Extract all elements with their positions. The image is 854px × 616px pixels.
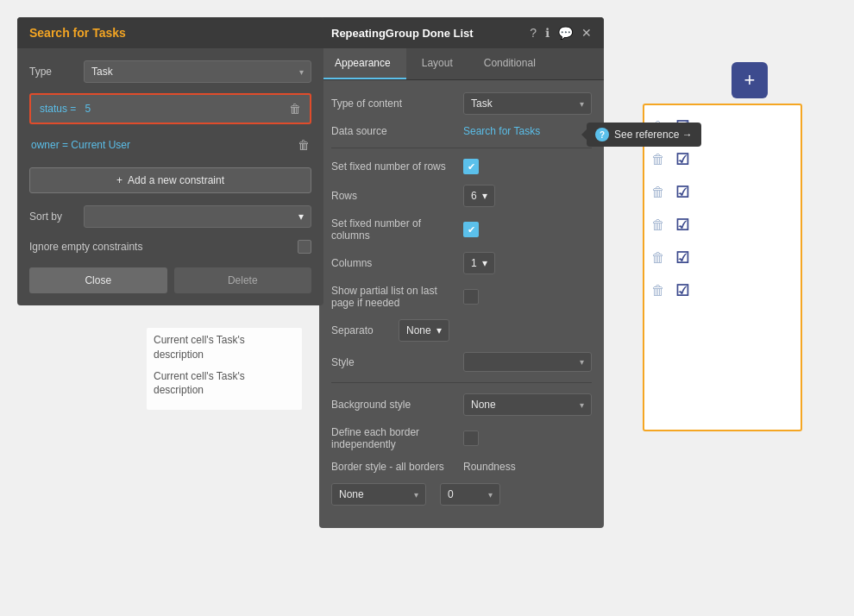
trash-icon-5[interactable]: 🗑 (651, 250, 665, 266)
rg-row-5: 🗑 ☑ (651, 245, 794, 271)
border-independent-row: Define each border independently (331, 426, 592, 450)
separator-dropdown[interactable]: None ▾ (399, 319, 449, 342)
check-icon-6[interactable]: ☑ (675, 281, 689, 300)
repeating-group-panel: 🗑 ☑ 🗑 ☑ 🗑 ☑ 🗑 ☑ 🗑 ☑ 🗑 ☑ (643, 104, 802, 431)
sort-row: Sort by ▾ (29, 205, 311, 228)
tab-conditional[interactable]: Conditional (468, 48, 551, 79)
tabs-row: Appearance Layout Conditional (319, 48, 604, 80)
bg-style-label: Background style (331, 399, 456, 411)
constraint-box[interactable]: status = 5 🗑 (29, 93, 311, 124)
see-reference-tooltip[interactable]: ? See reference → (587, 123, 701, 147)
style-dropdown[interactable]: ▾ (463, 352, 592, 372)
owner-delete-button[interactable]: 🗑 (298, 138, 310, 152)
check-icon-2[interactable]: ☑ (675, 150, 689, 169)
rg-row-4: 🗑 ☑ (651, 212, 794, 238)
header-icons: ? ℹ 💬 ✕ (530, 26, 592, 40)
columns-row: Columns 1 ▾ (331, 252, 592, 274)
chat-icon[interactable]: 💬 (558, 26, 573, 40)
task-desc-2: Current cell's Task's description (154, 369, 295, 399)
type-content-arrow-icon: ▾ (580, 99, 584, 109)
check-icon-4[interactable]: ☑ (675, 216, 689, 235)
sort-dropdown[interactable]: ▾ (84, 205, 311, 228)
rg-row-2: 🗑 ☑ (651, 147, 794, 173)
rg-row-3: 🗑 ☑ (651, 179, 794, 205)
plus-icon: + (744, 69, 756, 91)
fixed-rows-label: Set fixed number of rows (331, 160, 456, 173)
partial-list-label: Show partial list on last page if needed (331, 285, 456, 309)
search-panel-header: Search for Tasks (17, 17, 323, 48)
border-style-label: Border style - all borders (331, 461, 456, 473)
data-source-value[interactable]: Search for Tasks (463, 125, 592, 137)
tooltip-q-icon: ? (595, 128, 609, 141)
add-constraint-button[interactable]: + Add a new constraint (29, 167, 311, 193)
fixed-rows-checkbox[interactable]: ✔ (463, 159, 479, 174)
rows-label: Rows (331, 190, 456, 202)
info-icon[interactable]: ℹ (545, 26, 549, 40)
question-icon[interactable]: ? (530, 26, 537, 40)
type-of-content-label: Type of content (331, 97, 456, 110)
props-panel: RepeatingGroup Done List ? ℹ 💬 ✕ Appeara… (319, 17, 604, 528)
fixed-cols-checkbox[interactable]: ✔ (463, 222, 479, 237)
search-panel: Search for Tasks Type Task ▾ status = 5 (17, 17, 323, 305)
style-arrow-icon: ▾ (580, 357, 584, 367)
props-body: Type of content Task ▾ Data source Searc… (319, 80, 604, 528)
plus-button[interactable]: + (732, 62, 768, 98)
bg-style-dropdown[interactable]: None ▾ (463, 393, 592, 416)
type-of-content-dropdown[interactable]: Task ▾ (463, 92, 592, 115)
ignore-row: Ignore empty constraints (29, 240, 311, 254)
roundness-arrow-icon: ▾ (488, 490, 493, 500)
close-icon[interactable]: ✕ (581, 26, 592, 40)
props-panel-header: RepeatingGroup Done List ? ℹ 💬 ✕ (319, 17, 604, 48)
border-independent-label: Define each border independently (331, 426, 456, 450)
fixed-cols-row: Set fixed number of columns ✔ (331, 217, 592, 242)
type-dropdown[interactable]: Task ▾ (84, 60, 311, 83)
sort-arrow-icon: ▾ (298, 211, 304, 223)
style-row: Style ▾ (331, 352, 592, 372)
data-source-row: Data source Search for Tasks (331, 125, 592, 137)
constraint-delete-button[interactable]: 🗑 (289, 102, 301, 116)
trash-icon-2[interactable]: 🗑 (651, 152, 665, 167)
columns-label: Columns (331, 257, 456, 269)
type-field-row: Type Task ▾ (29, 60, 311, 83)
ignore-checkbox[interactable] (298, 240, 311, 254)
rows-arrow-icon: ▾ (482, 190, 487, 202)
trash-icon-4[interactable]: 🗑 (651, 217, 665, 233)
check-icon-5[interactable]: ☑ (675, 248, 689, 267)
close-button[interactable]: Close (29, 267, 167, 293)
rg-row-6: 🗑 ☑ (651, 278, 794, 304)
border-values-row: None ▾ 0 ▾ (331, 483, 592, 506)
border-style-dropdown[interactable]: None ▾ (331, 483, 426, 506)
sort-value (91, 211, 94, 223)
canvas-area: + 🗑 ☑ 🗑 ☑ 🗑 ☑ 🗑 ☑ 🗑 ☑ 🗑 ☑ Curre (0, 0, 854, 616)
fixed-rows-row: Set fixed number of rows ✔ (331, 159, 592, 174)
roundness-label: Roundness (463, 461, 532, 473)
separator-row: Separato None ▾ (331, 319, 592, 342)
data-source-label: Data source (331, 125, 456, 137)
roundness-dropdown[interactable]: 0 ▾ (440, 483, 500, 506)
trash-icon-6[interactable]: 🗑 (651, 283, 665, 299)
rows-dropdown[interactable]: 6 ▾ (463, 185, 495, 207)
columns-dropdown[interactable]: 1 ▾ (463, 252, 495, 274)
trash-icon-3[interactable]: 🗑 (651, 185, 665, 200)
props-panel-title: RepeatingGroup Done List (331, 27, 474, 40)
bg-style-row: Background style None ▾ (331, 393, 592, 416)
bg-arrow-icon: ▾ (580, 400, 584, 410)
border-arrow-icon: ▾ (414, 490, 418, 500)
check-icon-3[interactable]: ☑ (675, 183, 689, 202)
task-desc-1: Current cell's Task's description (154, 333, 295, 362)
search-panel-body: Type Task ▾ status = 5 🗑 owner (17, 48, 323, 305)
rows-group: 6 ▾ (463, 185, 495, 207)
tab-layout[interactable]: Layout (406, 48, 468, 79)
arrow-down-icon: ▾ (299, 67, 304, 77)
cols-arrow-icon: ▾ (482, 257, 487, 269)
owner-text: owner = Current User (31, 139, 130, 151)
sort-label: Sort by (29, 211, 77, 223)
tooltip-text: See reference → (614, 129, 693, 141)
partial-list-toggle[interactable] (463, 289, 479, 305)
border-independent-toggle[interactable] (463, 431, 479, 446)
sep-arrow-icon: ▾ (436, 324, 442, 336)
delete-button[interactable]: Delete (174, 267, 312, 293)
search-panel-title: Search for Tasks (29, 26, 126, 40)
panel-buttons: Close Delete (29, 267, 311, 293)
tab-appearance[interactable]: Appearance (319, 48, 406, 79)
